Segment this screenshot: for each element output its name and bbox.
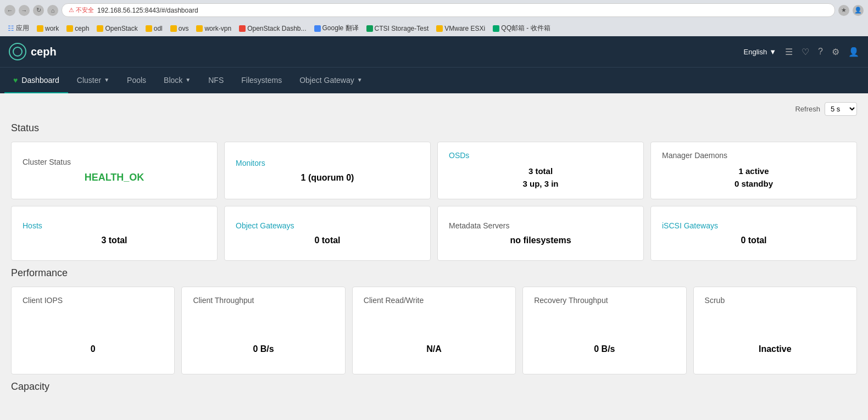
iscsi-gateways-value: 0 total (662, 236, 845, 245)
bookmark-work[interactable]: work (34, 24, 62, 33)
tasks-icon[interactable]: ☰ (785, 47, 793, 57)
logo-icon (9, 43, 26, 60)
nav-item-nfs[interactable]: NFS (199, 68, 232, 93)
object-gateways-title[interactable]: Object Gateways (236, 221, 419, 230)
back-button[interactable]: ← (4, 5, 15, 16)
language-selector[interactable]: English ▼ (744, 48, 777, 56)
cluster-status-title: Cluster Status (23, 158, 206, 166)
app-navbar: ceph English ▼ ☰ ♡ ? ⚙ 👤 (0, 36, 868, 67)
cluster-status-value: HEALTH_OK (23, 172, 206, 183)
bookmark-ceph[interactable]: ceph (63, 24, 92, 33)
osds-total: 3 total (449, 165, 632, 178)
bookmark-ovs[interactable]: ovs (167, 24, 192, 33)
logo-inner-circle (13, 47, 23, 57)
bookmarks-bar: ☷ 应用 work ceph OpenStack odl ovs work-vp… (4, 20, 864, 36)
object-gateways-value: 0 total (236, 236, 419, 245)
user-icon[interactable]: 👤 (853, 5, 864, 16)
hosts-title[interactable]: Hosts (23, 221, 206, 230)
metadata-servers-title: Metadata Servers (449, 221, 632, 230)
osds-card: OSDs 3 total 3 up, 3 in (437, 142, 644, 199)
cluster-status-card: Cluster Status HEALTH_OK (11, 142, 218, 199)
client-readwrite-title: Client Read/Write (364, 296, 504, 305)
content-header: Refresh 1 s 5 s 15 s 30 s 60 s (11, 102, 857, 116)
manager-daemons-card: Manager Daemons 1 active 0 standby (650, 142, 857, 199)
performance-section-title: Performance (11, 267, 857, 279)
nav-block-label: Block (164, 76, 182, 85)
block-chevron-icon: ▼ (185, 77, 191, 83)
bookmark-google-translate[interactable]: Google 翻译 (311, 23, 362, 34)
manager-standby: 0 standby (662, 178, 845, 191)
monitors-value: 1 (quorum 0) (236, 173, 419, 183)
notifications-icon[interactable]: ♡ (802, 47, 809, 57)
app-logo[interactable]: ceph (9, 43, 57, 60)
nav-item-block[interactable]: Block ▼ (155, 68, 199, 93)
osds-title[interactable]: OSDs (449, 151, 632, 160)
osds-updown: 3 up, 3 in (449, 178, 632, 191)
object-gateways-card: Object Gateways 0 total (224, 206, 431, 261)
browser-chrome: ← → ↻ ⌂ ⚠ 不安全 192.168.56.125:8443/#/dash… (0, 0, 868, 36)
monitors-card: Monitors 1 (quorum 0) (224, 142, 431, 199)
heart-icon: ♥ (13, 76, 18, 85)
client-iops-value: 0 (23, 344, 163, 365)
monitors-title[interactable]: Monitors (236, 159, 419, 167)
home-button[interactable]: ⌂ (47, 5, 58, 16)
logo-text: ceph (31, 46, 57, 58)
language-label: English (744, 48, 767, 56)
nav-cluster-label: Cluster (77, 76, 101, 85)
nav-filesystems-label: Filesystems (241, 76, 282, 85)
help-icon[interactable]: ? (818, 47, 823, 57)
bookmark-openstack[interactable]: OpenStack (93, 24, 141, 33)
nav-objectgateway-label: Object Gateway (299, 76, 354, 85)
nav-item-filesystems[interactable]: Filesystems (232, 68, 291, 93)
nav-menu: ♥ Dashboard Cluster ▼ Pools Block ▼ NFS … (0, 67, 868, 93)
recovery-throughput-value: 0 B/s (534, 344, 675, 365)
hosts-value: 3 total (23, 236, 206, 245)
manager-daemons-title: Manager Daemons (662, 151, 845, 160)
refresh-label: Refresh (795, 105, 820, 113)
bookmark-qq[interactable]: QQ邮箱 - 收件箱 (489, 23, 553, 34)
scrub-title: Scrub (705, 296, 845, 305)
nav-item-cluster[interactable]: Cluster ▼ (68, 68, 118, 93)
bookmark-openstackdash[interactable]: OpenStack Dashb... (236, 24, 309, 33)
metadata-servers-value: no filesystems (449, 236, 632, 245)
client-iops-title: Client IOPS (23, 296, 163, 305)
address-bar[interactable]: ⚠ 不安全 192.168.56.125:8443/#/dashboard (62, 3, 835, 17)
client-throughput-title: Client Throughput (193, 296, 333, 305)
nav-item-pools[interactable]: Pools (118, 68, 155, 93)
refresh-select[interactable]: 1 s 5 s 15 s 30 s 60 s (825, 102, 857, 116)
osds-value: 3 total 3 up, 3 in (449, 165, 632, 190)
recovery-throughput-title: Recovery Throughput (534, 296, 675, 305)
hosts-card: Hosts 3 total (11, 206, 218, 261)
bookmark-star[interactable]: ★ (838, 5, 849, 16)
forward-button[interactable]: → (19, 5, 30, 16)
bookmark-odl[interactable]: odl (142, 24, 166, 33)
client-throughput-value: 0 B/s (193, 344, 333, 365)
iscsi-gateways-card: iSCSI Gateways 0 total (650, 206, 857, 261)
settings-icon[interactable]: ⚙ (832, 47, 839, 57)
nav-item-dashboard[interactable]: ♥ Dashboard (4, 68, 68, 93)
nav-pools-label: Pools (127, 76, 146, 85)
iscsi-gateways-title[interactable]: iSCSI Gateways (662, 221, 845, 230)
browser-toolbar: ← → ↻ ⌂ ⚠ 不安全 192.168.56.125:8443/#/dash… (4, 3, 864, 17)
capacity-section-title: Capacity (11, 381, 857, 393)
security-warning: ⚠ 不安全 (69, 6, 94, 14)
bookmark-vmware[interactable]: VMware ESXi (433, 24, 488, 33)
bookmark-workvpn[interactable]: work-vpn (193, 24, 235, 33)
user-menu-icon[interactable]: 👤 (848, 47, 859, 57)
nav-dashboard-label: Dashboard (21, 76, 59, 85)
performance-cards: Client IOPS 0 Client Throughput 0 B/s Cl… (11, 287, 857, 374)
address-url: 192.168.56.125:8443/#/dashboard (97, 7, 198, 14)
scrub-value: Inactive (705, 344, 845, 365)
status-cards-row2: Hosts 3 total Object Gateways 0 total Me… (11, 206, 857, 261)
reload-button[interactable]: ↻ (33, 5, 44, 16)
language-chevron-icon: ▼ (769, 48, 776, 56)
bookmark-ctsi[interactable]: CTSI Storage-Test (363, 24, 432, 33)
nav-item-objectgateway[interactable]: Object Gateway ▼ (291, 68, 371, 93)
bookmark-apps[interactable]: ☷ 应用 (4, 23, 32, 34)
manager-active: 1 active (662, 165, 845, 178)
recovery-throughput-card: Recovery Throughput 0 B/s (522, 287, 686, 374)
client-readwrite-value: N/A (364, 344, 504, 365)
client-readwrite-card: Client Read/Write N/A (352, 287, 516, 374)
navbar-right: English ▼ ☰ ♡ ? ⚙ 👤 (744, 47, 859, 57)
manager-daemons-value: 1 active 0 standby (662, 165, 845, 190)
